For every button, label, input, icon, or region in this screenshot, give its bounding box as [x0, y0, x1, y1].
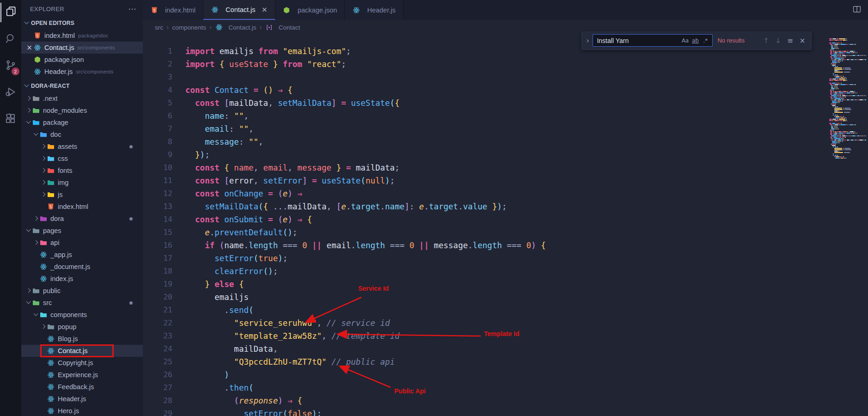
code-editor[interactable]: 1import emailjs from "emailjs-com";2impo…	[143, 35, 868, 416]
activity-source-control-button[interactable]: 2	[0, 56, 21, 76]
tree-item-pages[interactable]: pages	[21, 225, 143, 237]
find-input[interactable]: Install Yarn Aa ab .*	[593, 34, 713, 47]
workspace-header[interactable]: DORA-REACT	[21, 80, 143, 92]
code-line[interactable]: 9});	[143, 148, 868, 161]
code-line[interactable]: 13setMailData({ ...mailData, [e.target.n…	[143, 200, 868, 213]
code-line[interactable]: 16if (name.length === 0 || email.length …	[143, 239, 868, 252]
close-icon[interactable]: ×	[262, 5, 268, 14]
activity-explorer-button[interactable]	[0, 3, 21, 22]
code-line[interactable]: 21.send(	[143, 304, 868, 317]
tree-item-index.js[interactable]: index.js	[21, 273, 143, 285]
code-text: )	[185, 368, 229, 381]
tab-Header.js[interactable]: Header.js	[345, 0, 403, 20]
find-close-button[interactable]: ×	[796, 35, 808, 47]
code-line[interactable]: 15e.preventDefault();	[143, 226, 868, 239]
code-line[interactable]: 5const [mailData, setMailData] = useStat…	[143, 97, 868, 110]
tree-item-Blog.js[interactable]: Blog.js	[21, 333, 143, 345]
tab-package.json[interactable]: package.json	[275, 0, 345, 20]
open-editor-index.html[interactable]: 5index.htmlpackage\doc	[21, 30, 143, 42]
find-in-selection-icon[interactable]: ≡	[784, 35, 796, 47]
code-line[interactable]: 4const Contact = () ⇒ {	[143, 84, 868, 97]
tree-item-Header.js[interactable]: Header.js	[21, 393, 143, 405]
tree-item-js[interactable]: js	[21, 189, 143, 201]
open-editor-Header.js[interactable]: Header.jssrc\components	[21, 66, 143, 78]
code-line[interactable]: 18clearError();	[143, 265, 868, 278]
code-line[interactable]: 11const [error, setError] = useState(nul…	[143, 174, 868, 187]
tree-item-api[interactable]: api	[21, 237, 143, 249]
code-line[interactable]: 22"service_seruhwu", // service id	[143, 317, 868, 330]
code-line[interactable]: 2import { useState } from "react";	[143, 58, 868, 71]
tree-item-Contact.js[interactable]: Contact.js	[21, 345, 143, 357]
close-icon[interactable]: ×	[25, 43, 33, 52]
code-line[interactable]: 24mailData,	[143, 343, 868, 355]
find-query-text[interactable]: Install Yarn	[597, 37, 680, 44]
regex-icon[interactable]: .*	[700, 36, 710, 45]
tree-item-css[interactable]: css	[21, 153, 143, 165]
code-line[interactable]: 14const onSubmit = (e) ⇒ {	[143, 213, 868, 226]
tree-item-img[interactable]: img	[21, 177, 143, 189]
code-line[interactable]: 12const onChange = (e) ⇒	[143, 187, 868, 200]
breadcrumb-item-Contact[interactable]: Contact	[265, 24, 300, 31]
activity-search-button[interactable]	[0, 30, 21, 49]
tree-item-public[interactable]: public	[21, 285, 143, 297]
tree-item-node_modules[interactable]: node_modules	[21, 104, 143, 116]
whole-word-icon[interactable]: ab	[690, 36, 700, 45]
tree-item-dora[interactable]: dora	[21, 213, 143, 225]
code-line[interactable]: 8message: "",	[143, 135, 868, 148]
breadcrumb-label: src	[155, 24, 163, 31]
tree-item-doc[interactable]: doc	[21, 128, 143, 141]
code-line[interactable]: 27.then(	[143, 381, 868, 394]
chevron-right-icon	[40, 191, 47, 198]
open-editor-package.json[interactable]: package.json	[21, 54, 143, 66]
minimap[interactable]	[826, 35, 868, 416]
code-line[interactable]: 29setError(false);	[143, 407, 868, 416]
open-editor-Contact.js[interactable]: ×Contact.jssrc\components	[21, 42, 143, 54]
code-line[interactable]: 28(response) ⇒ {	[143, 394, 868, 407]
tree-item-Copyright.js[interactable]: Copyright.js	[21, 357, 143, 369]
activity-extensions-button[interactable]	[0, 110, 21, 129]
line-number: 9	[143, 148, 172, 161]
breadcrumb-item-src[interactable]: src	[155, 24, 163, 31]
tree-item-components[interactable]: components	[21, 309, 143, 321]
more-actions-icon[interactable]: ⋯	[128, 4, 136, 13]
code-text: });	[185, 148, 210, 161]
code-line[interactable]: 3	[143, 71, 868, 84]
tree-item-Feedback.js[interactable]: Feedback.js	[21, 381, 143, 393]
tab-Contact.js[interactable]: Contact.js×	[203, 0, 275, 20]
code-line[interactable]: 23"template_21aw58z", // template id	[143, 330, 868, 343]
line-number: 13	[143, 200, 172, 213]
open-editors-header[interactable]: OPEN EDITORS	[21, 18, 143, 29]
tree-item-package[interactable]: package	[21, 116, 143, 128]
tree-item-fonts[interactable]: fonts	[21, 165, 143, 177]
find-toggle-icon[interactable]: ›	[584, 36, 592, 45]
match-case-icon[interactable]: Aa	[680, 36, 690, 45]
line-number: 24	[143, 343, 172, 355]
tree-item-_document.js[interactable]: _document.js	[21, 261, 143, 273]
code-line[interactable]: 20emailjs	[143, 291, 868, 304]
tab-index.html[interactable]: 5index.html	[143, 0, 203, 20]
find-next-button[interactable]: ↓	[772, 35, 784, 47]
tree-item-popup[interactable]: popup	[21, 321, 143, 333]
code-line[interactable]: 26)	[143, 368, 868, 381]
find-previous-button[interactable]: ↑	[760, 35, 772, 47]
code-line[interactable]: 19} else {	[143, 278, 868, 291]
tree-item-assets[interactable]: assets	[21, 141, 143, 153]
workspace-label: DORA-REACT	[31, 83, 70, 89]
split-editor-icon[interactable]	[852, 5, 862, 16]
tree-item-Hero.js[interactable]: Hero.js	[21, 405, 143, 416]
code-line[interactable]: 10const { name, email, message } = mailD…	[143, 161, 868, 174]
code-line[interactable]: 7email: "",	[143, 122, 868, 135]
tree-item-src[interactable]: src	[21, 297, 143, 309]
tree-item-.next[interactable]: .next	[21, 92, 143, 104]
folder-icon	[32, 227, 40, 235]
breadcrumb-item-Contact.js[interactable]: Contact.js	[215, 24, 256, 31]
code-text: const [error, setError] = useState(null)…	[185, 174, 395, 187]
code-line[interactable]: 25"Q3pccdLZhU-mZT7tQ" // public api	[143, 355, 868, 368]
tree-item-index.html[interactable]: 5index.html	[21, 201, 143, 213]
tree-item-Experience.js[interactable]: Experience.js	[21, 369, 143, 381]
activity-run-debug-button[interactable]	[0, 83, 21, 103]
code-line[interactable]: 17setError(true);	[143, 252, 868, 265]
breadcrumb-item-components[interactable]: components	[172, 24, 206, 31]
tree-item-_app.js[interactable]: _app.js	[21, 249, 143, 261]
code-line[interactable]: 6name: "",	[143, 110, 868, 122]
